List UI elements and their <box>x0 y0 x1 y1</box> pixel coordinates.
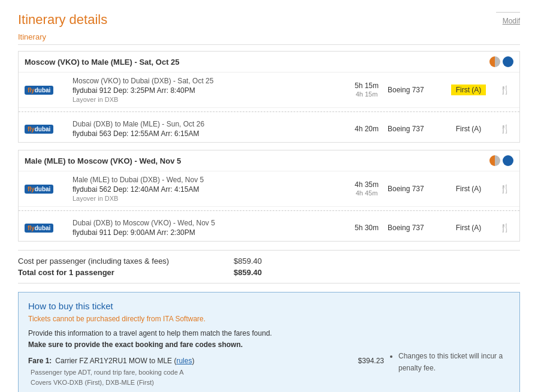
cost-total-amount: $859.40 <box>234 268 262 277</box>
how-to-content: Provide this information to a travel age… <box>28 328 510 392</box>
flight-duration: 4h 20m <box>346 125 388 133</box>
how-to-title: How to buy this ticket <box>28 301 510 311</box>
route-title-return: Male (MLE) to Moscow (VKO) - Wed, Nov 5 <box>25 156 181 165</box>
flight-row: flydubaiDubai (DXB) to Moscow (VKO) - We… <box>19 215 519 241</box>
top-bar: Itinerary details Modif <box>18 12 520 28</box>
flight-divider <box>19 210 519 211</box>
flight-class: First (A) <box>442 224 495 232</box>
airline-logo: flydubai <box>25 224 67 233</box>
route-header-outbound: Moscow (VKO) to Male (MLE) - Sat, Oct 25 <box>19 52 519 73</box>
itinerary-container: Moscow (VKO) to Male (MLE) - Sat, Oct 25… <box>18 51 520 242</box>
flight-duration: 4h 35m4h 45m <box>346 180 388 197</box>
circle-half-icon <box>489 155 500 166</box>
fare1-sub2: Covers VKO-DXB (First), DXB-MLE (First) <box>31 378 384 388</box>
circle-half-icon <box>489 56 500 67</box>
cost-total-row: Total cost for 1 passenger $859.40 <box>18 267 520 278</box>
meal-icon: 🍴 <box>495 85 513 95</box>
flight-divider <box>19 111 519 112</box>
flight-aircraft: Boeing 737 <box>388 86 442 94</box>
fare1-carrier-text: Carrier FZ AR1Y2RU1 MOW to MLE ( <box>55 357 176 365</box>
flight-layover: Layover in DXB <box>72 96 346 103</box>
fare-left: Fare 1: Carrier FZ AR1Y2RU1 MOW to MLE (… <box>28 351 384 392</box>
itinerary-outbound: Moscow (VKO) to Male (MLE) - Sat, Oct 25… <box>18 51 520 143</box>
flight-route-line: Dubai (DXB) to Moscow (VKO) - Wed, Nov 5 <box>72 219 346 227</box>
fare1-rules-link[interactable]: rules <box>176 357 192 365</box>
flight-class: First (A) <box>442 185 495 193</box>
flight-class: First (A) <box>442 85 495 95</box>
bold-note: Make sure to provide the exact booking a… <box>28 339 510 351</box>
flight-details: Male (MLE) to Dubai (DXB) - Wed, Nov 5fl… <box>67 176 346 202</box>
airline-logo: flydubai <box>25 125 67 134</box>
flight-route-line: Male (MLE) to Dubai (DXB) - Wed, Nov 5 <box>72 176 346 184</box>
cost-per-passenger-label: Cost per passenger (including taxes & fe… <box>18 257 234 266</box>
flight-duration: 5h 15m4h 15m <box>346 82 388 98</box>
fare-right: Changes to this ticket will incur a pena… <box>390 351 510 392</box>
cost-per-passenger-row: Cost per passenger (including taxes & fe… <box>18 255 520 267</box>
flight-route-line: Dubai (DXB) to Male (MLE) - Sun, Oct 26 <box>72 120 346 128</box>
route-header-return: Male (MLE) to Moscow (VKO) - Wed, Nov 5 <box>19 150 519 171</box>
flight-details: Dubai (DXB) to Moscow (VKO) - Wed, Nov 5… <box>67 219 346 237</box>
circle-blue-icon <box>503 155 513 166</box>
itinerary-return: Male (MLE) to Moscow (VKO) - Wed, Nov 5f… <box>18 150 520 242</box>
flight-number-line: flydubai 912 Dep: 3:25PM Arr: 8:40PM <box>72 86 346 95</box>
circle-blue-icon <box>503 56 513 67</box>
flight-layover: Layover in DXB <box>72 195 346 202</box>
flight-aircraft: Boeing 737 <box>388 125 442 133</box>
flight-aircraft: Boeing 737 <box>388 185 442 193</box>
fare1-close: ) <box>192 357 194 365</box>
flight-row: flydubaiMale (MLE) to Dubai (DXB) - Wed,… <box>19 171 519 207</box>
side-note: Changes to this ticket will incur a pena… <box>398 351 510 373</box>
flight-number-line: flydubai 562 Dep: 12:40AM Arr: 4:15AM <box>72 185 346 194</box>
intro-text: Provide this information to a travel age… <box>28 328 510 339</box>
airline-logo: flydubai <box>25 185 67 194</box>
flight-row: flydubaiDubai (DXB) to Male (MLE) - Sun,… <box>19 116 519 142</box>
flight-number-line: flydubai 563 Dep: 12:55AM Arr: 6:15AM <box>72 129 346 138</box>
airline-logo: flydubai <box>25 86 67 95</box>
top-line-decoration <box>496 12 520 13</box>
route-icons-outbound <box>489 56 513 67</box>
fare1-item: Fare 1: Carrier FZ AR1Y2RU1 MOW to MLE (… <box>28 355 384 388</box>
flight-details: Moscow (VKO) to Dubai (DXB) - Sat, Oct 2… <box>67 77 346 103</box>
route-title-outbound: Moscow (VKO) to Male (MLE) - Sat, Oct 25 <box>25 58 180 67</box>
fare1-price: $394.23 <box>358 355 384 367</box>
flight-details: Dubai (DXB) to Male (MLE) - Sun, Oct 26f… <box>67 120 346 138</box>
fare-section: Fare 1: Carrier FZ AR1Y2RU1 MOW to MLE (… <box>28 351 510 392</box>
meal-icon: 🍴 <box>495 184 513 194</box>
cost-section: Cost per passenger (including taxes & fe… <box>18 250 520 284</box>
meal-icon: 🍴 <box>495 223 513 233</box>
how-to-box: How to buy this ticket Tickets cannot be… <box>18 292 520 392</box>
flight-aircraft: Boeing 737 <box>388 224 442 232</box>
fare1-sub1: Passenger type ADT, round trip fare, boo… <box>31 367 384 378</box>
flight-number-line: flydubai 911 Dep: 9:00AM Arr: 2:30PM <box>72 228 346 237</box>
fare1-label: Fare 1: <box>28 355 52 367</box>
page-title: Itinerary details <box>18 12 107 28</box>
flight-row: flydubaiMoscow (VKO) to Dubai (DXB) - Sa… <box>19 73 519 108</box>
flight-class: First (A) <box>442 125 495 133</box>
modif-link[interactable]: Modif <box>503 17 520 25</box>
warning-text: Tickets cannot be purchased directly fro… <box>28 315 510 323</box>
cost-total-label: Total cost for 1 passenger <box>18 268 234 277</box>
flight-duration: 5h 30m <box>346 224 388 232</box>
meal-icon: 🍴 <box>495 124 513 134</box>
fare1-carrier: Carrier FZ AR1Y2RU1 MOW to MLE (rules) <box>55 355 194 367</box>
fare1-header: Fare 1: Carrier FZ AR1Y2RU1 MOW to MLE (… <box>28 355 384 367</box>
section-label: Itinerary <box>18 32 520 45</box>
cost-per-passenger-amount: $859.40 <box>234 257 262 266</box>
route-icons-return <box>489 155 513 166</box>
flight-route-line: Moscow (VKO) to Dubai (DXB) - Sat, Oct 2… <box>72 77 346 85</box>
